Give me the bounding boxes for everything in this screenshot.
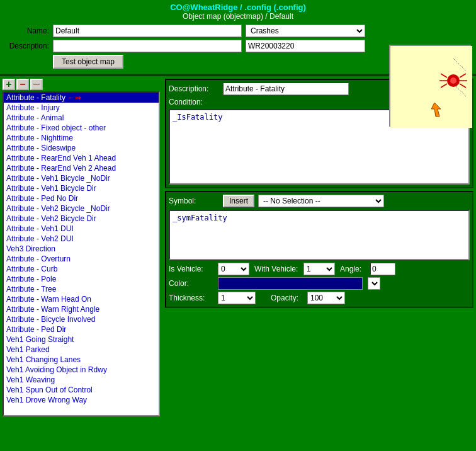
crashes-dropdown[interactable]: Crashes xyxy=(246,25,365,37)
list-item[interactable]: Attribute - Veh2 Bicycle _NoDir xyxy=(4,203,159,214)
right-bottom-section: Symbol: Insert -- No Selection -- _symFa… xyxy=(165,191,473,308)
with-vehicle-dropdown[interactable]: 10 xyxy=(303,263,335,275)
with-vehicle-label: With Vehicle: xyxy=(254,265,298,273)
thickness-row: Thickness: 123 Opacity: 100755025 xyxy=(169,292,470,304)
list-item[interactable]: Attribute - Bicycle Involved xyxy=(4,314,159,324)
is-vehicle-dropdown[interactable]: 01 xyxy=(218,263,249,275)
list-item[interactable]: Veh1 Going Straight xyxy=(4,334,159,345)
list-item[interactable]: Attribute - Veh2 Bicycle Dir xyxy=(4,214,159,224)
list-item[interactable]: Veh1 Parked xyxy=(4,345,159,355)
color-label: Color: xyxy=(169,279,213,288)
list-item[interactable]: Veh3 Direction xyxy=(4,244,159,254)
is-vehicle-label: Is Vehicle: xyxy=(169,265,213,273)
list-item[interactable]: Attribute - Fatality ←⇒ xyxy=(4,93,159,103)
color-swatch xyxy=(218,277,363,290)
symbol-label: Symbol: xyxy=(169,197,219,205)
name-row: Name: Crashes xyxy=(5,25,471,37)
name-label: Name: xyxy=(5,26,49,35)
insert-button[interactable]: Insert xyxy=(223,195,254,207)
right-desc-label: Description: xyxy=(169,84,219,93)
list-item[interactable]: Veh1 Spun Out of Control xyxy=(4,385,159,395)
thickness-label: Thickness: xyxy=(169,294,213,302)
opacity-label: Opacity: xyxy=(271,294,302,302)
list-item[interactable]: Attribute - Veh1 Bicycle _NoDir xyxy=(4,173,159,183)
color-row: Color: xyxy=(169,277,470,290)
desc-label: Description: xyxy=(5,42,49,50)
top-section: Name: Crashes Description: Test object m… xyxy=(0,22,476,71)
list-item[interactable]: Veh1 Changing Lanes xyxy=(4,355,159,365)
list-item[interactable]: Veh1 Avoiding Object in Rdwy xyxy=(4,365,159,375)
main-area: + − — Attribute - Fatality ←⇒Attribute -… xyxy=(0,79,476,416)
symbol-textarea[interactable]: _symFatality xyxy=(169,210,470,260)
thickness-dropdown[interactable]: 123 xyxy=(218,292,256,304)
map-preview xyxy=(389,45,471,127)
vehicle-row: Is Vehicle: 01 With Vehicle: 10 Angle: xyxy=(169,263,470,275)
list-item[interactable]: Attribute - Veh1 Bicycle Dir xyxy=(4,183,159,193)
test-object-map-button[interactable]: Test object map xyxy=(53,55,123,69)
condition-label: Condition: xyxy=(169,98,219,106)
header-subtitle: Object map (objectmap) / Default xyxy=(0,12,476,21)
list-item[interactable]: Attribute - RearEnd Veh 1 Ahead xyxy=(4,153,159,163)
list-item[interactable]: Attribute - Curb xyxy=(4,264,159,274)
header: CO@WheatRidge / .config (.config) Object… xyxy=(0,0,476,22)
right-desc-input[interactable] xyxy=(223,83,349,95)
angle-input[interactable] xyxy=(370,263,395,275)
name-input[interactable] xyxy=(53,25,242,37)
bottom-fields: Is Vehicle: 01 With Vehicle: 10 Angle: C… xyxy=(169,263,470,304)
no-selection-dropdown[interactable]: -- No Selection -- xyxy=(258,195,384,207)
list-item[interactable]: Attribute - Pole xyxy=(4,274,159,284)
list-item[interactable]: Attribute - Veh1 DUI xyxy=(4,224,159,234)
wr-input[interactable] xyxy=(246,40,365,52)
opacity-dropdown[interactable]: 100755025 xyxy=(307,292,345,304)
list-item[interactable]: Attribute - Veh2 DUI xyxy=(4,234,159,244)
list-toolbar: + − — xyxy=(3,79,160,90)
svg-rect-0 xyxy=(390,46,472,128)
list-item[interactable]: Attribute - Sideswipe xyxy=(4,143,159,153)
extra-item-button[interactable]: — xyxy=(30,79,43,90)
angle-label: Angle: xyxy=(340,265,365,273)
list-item[interactable]: Veh1 Weaving xyxy=(4,375,159,385)
list-item[interactable]: Attribute - Ped Dir xyxy=(4,324,159,334)
attribute-list[interactable]: Attribute - Fatality ←⇒Attribute - Injur… xyxy=(3,91,160,416)
color-dropdown[interactable] xyxy=(368,277,380,290)
list-item[interactable]: Attribute - Nighttime xyxy=(4,133,159,143)
map-svg xyxy=(390,46,472,128)
list-item[interactable]: Attribute - Animal xyxy=(4,113,159,123)
list-item[interactable]: Attribute - Ped No Dir xyxy=(4,193,159,203)
list-item[interactable]: Attribute - Tree xyxy=(4,284,159,294)
map-canvas xyxy=(390,46,470,125)
list-item[interactable]: Attribute - RearEnd Veh 2 Ahead xyxy=(4,163,159,173)
add-item-button[interactable]: + xyxy=(3,79,15,90)
remove-item-button[interactable]: − xyxy=(16,79,29,90)
svg-point-4 xyxy=(450,77,456,84)
list-item[interactable]: Attribute - Fixed object - other xyxy=(4,123,159,133)
list-item[interactable]: Attribute - Overturn xyxy=(4,254,159,264)
list-item[interactable]: Attribute - Injury xyxy=(4,103,159,113)
left-panel: + − — Attribute - Fatality ←⇒Attribute -… xyxy=(3,79,160,416)
right-panel: Description: Enabled ... Condition: _IsF… xyxy=(160,79,473,416)
list-item[interactable]: Attribute - Warn Right Angle xyxy=(4,304,159,314)
list-item[interactable]: Veh1 Drove Wrong Way xyxy=(4,395,159,405)
header-title: CO@WheatRidge / .config (.config) xyxy=(0,3,476,12)
list-item[interactable]: Attribute - Warn Head On xyxy=(4,294,159,304)
symbol-row: Symbol: Insert -- No Selection -- xyxy=(169,195,470,207)
desc-input[interactable] xyxy=(53,40,242,52)
